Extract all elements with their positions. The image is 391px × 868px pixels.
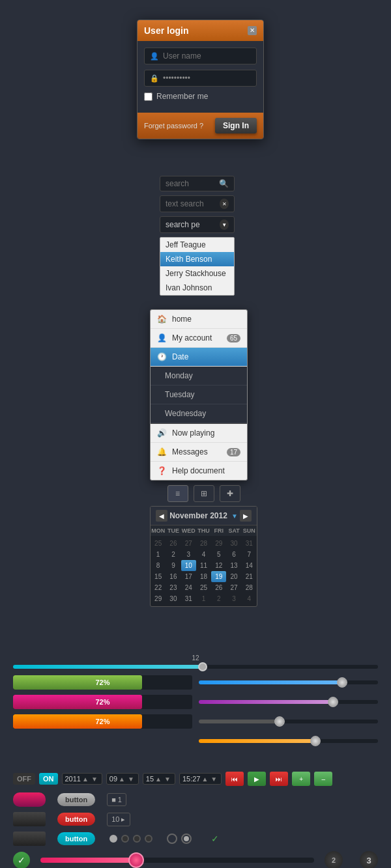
time-up-button[interactable]: ▲: [200, 776, 209, 783]
cal-cell[interactable]: 26: [211, 582, 226, 593]
main-slider-thumb[interactable]: [198, 662, 207, 671]
slider-thumb-blue[interactable]: [337, 677, 347, 688]
pill-button-dark2[interactable]: [13, 832, 46, 846]
cal-cell[interactable]: 1: [196, 593, 211, 604]
pill-button-red2[interactable]: button: [57, 813, 95, 826]
media-add-button[interactable]: +: [292, 772, 310, 786]
cal-cell[interactable]: 5: [211, 549, 226, 560]
cal-cell[interactable]: 29: [211, 538, 226, 549]
cal-cell[interactable]: 21: [242, 571, 257, 582]
dropdown-item-2[interactable]: Jerry Stackhouse: [160, 266, 234, 281]
cal-tab-add[interactable]: ✚: [220, 485, 240, 502]
cal-dropdown-arrow[interactable]: ▼: [231, 512, 238, 520]
remember-checkbox[interactable]: [144, 92, 152, 101]
cal-tab-list[interactable]: ≡: [167, 485, 188, 502]
dropdown-item-1[interactable]: Keith Benson: [160, 252, 234, 266]
cal-cell-selected[interactable]: 19: [211, 571, 226, 582]
cal-cell[interactable]: 30: [166, 593, 181, 604]
dot-button-1[interactable]: [109, 835, 117, 843]
search-input-2[interactable]: [166, 199, 220, 208]
cal-cell[interactable]: 27: [181, 538, 196, 549]
nav-subitem-wednesday[interactable]: Wednesday: [151, 404, 247, 423]
cal-cell[interactable]: 9: [166, 560, 181, 571]
pill-button-red[interactable]: [13, 792, 46, 807]
cal-cell[interactable]: 6: [226, 549, 241, 560]
slider-thumb-orange[interactable]: [310, 736, 321, 746]
cal-prev-button[interactable]: ◀: [156, 510, 167, 522]
media-play-button[interactable]: ▶: [248, 772, 266, 786]
cal-cell[interactable]: 2: [211, 593, 226, 604]
cal-cell[interactable]: 27: [226, 582, 241, 593]
pill-button-cyan[interactable]: button: [57, 832, 95, 845]
day-down-button[interactable]: ▼: [163, 776, 172, 783]
toggle-on-button[interactable]: ON: [39, 773, 58, 785]
cal-cell[interactable]: 31: [242, 538, 257, 549]
cal-cell[interactable]: 16: [166, 571, 181, 582]
cal-cell[interactable]: 7: [242, 549, 257, 560]
pink-slider-thumb[interactable]: [128, 852, 144, 868]
dropdown-item-3[interactable]: Ivan Johnson: [160, 281, 234, 295]
cal-cell[interactable]: 2: [166, 549, 181, 560]
cal-cell[interactable]: 17: [181, 571, 196, 582]
radio-button-1[interactable]: [167, 833, 177, 844]
cal-cell[interactable]: 8: [151, 560, 166, 571]
cal-cell[interactable]: 25: [151, 538, 166, 549]
forgot-link[interactable]: Forget password ?: [144, 122, 203, 130]
month-up-button[interactable]: ▲: [117, 776, 126, 783]
cal-cell-today[interactable]: 10: [181, 560, 196, 571]
nav-subitem-tuesday[interactable]: Tuesday: [151, 385, 247, 404]
pill-button-dark[interactable]: [13, 812, 46, 826]
cal-cell[interactable]: 3: [226, 593, 241, 604]
cal-cell[interactable]: 3: [181, 549, 196, 560]
check-circle-button[interactable]: ✓: [13, 852, 30, 868]
password-input[interactable]: [163, 74, 251, 83]
cal-cell[interactable]: 4: [196, 549, 211, 560]
search-icon[interactable]: 🔍: [219, 179, 229, 188]
username-input[interactable]: [163, 51, 251, 61]
cal-cell[interactable]: 31: [181, 593, 196, 604]
year-down-button[interactable]: ▼: [90, 776, 99, 783]
search-dropdown-icon[interactable]: ▼: [220, 219, 229, 230]
cal-cell[interactable]: 26: [166, 538, 181, 549]
nav-item-account[interactable]: 👤 My account 65: [151, 329, 247, 348]
dropdown-item-0[interactable]: Jeff Teague: [160, 238, 234, 252]
dot-button-3[interactable]: [133, 835, 141, 843]
media-minus-button[interactable]: –: [314, 772, 332, 786]
close-button[interactable]: ✕: [248, 26, 257, 35]
slider-thumb-purple[interactable]: [328, 697, 338, 707]
nav-subitem-monday[interactable]: Monday: [151, 367, 247, 385]
cal-cell[interactable]: 14: [242, 560, 257, 571]
time-down-button[interactable]: ▼: [209, 776, 218, 783]
cal-cell[interactable]: 30: [226, 538, 241, 549]
radio-button-2[interactable]: [181, 833, 192, 844]
dot-button-4[interactable]: [145, 835, 152, 843]
toggle-off-button[interactable]: OFF: [13, 773, 35, 785]
media-next-button[interactable]: ⏭: [270, 772, 288, 786]
cal-cell[interactable]: 12: [211, 560, 226, 571]
year-up-button[interactable]: ▲: [81, 776, 90, 783]
search-input-3[interactable]: [166, 220, 220, 229]
cal-cell[interactable]: 11: [196, 560, 211, 571]
cal-next-button[interactable]: ▶: [240, 510, 252, 522]
cal-tab-grid[interactable]: ⊞: [194, 485, 214, 502]
pill-button-white[interactable]: button: [57, 793, 95, 806]
cal-cell[interactable]: 1: [151, 549, 166, 560]
search-clear-icon[interactable]: ✕: [220, 199, 229, 209]
cal-cell[interactable]: 4: [242, 593, 257, 604]
search-input-1[interactable]: [166, 179, 219, 188]
cal-cell[interactable]: 28: [196, 538, 211, 549]
nav-item-home[interactable]: 🏠 home: [151, 310, 247, 329]
cal-cell[interactable]: 24: [181, 582, 196, 593]
cal-cell[interactable]: 28: [242, 582, 257, 593]
counter-button-1[interactable]: ■1: [107, 793, 126, 806]
day-up-button[interactable]: ▲: [154, 776, 163, 783]
cal-cell[interactable]: 22: [151, 582, 166, 593]
cal-cell[interactable]: 20: [226, 571, 241, 582]
nav-item-messages[interactable]: 🔔 Messages 17: [151, 443, 247, 462]
cal-cell[interactable]: 15: [151, 571, 166, 582]
nav-item-nowplaying[interactable]: 🔊 Now playing: [151, 424, 247, 443]
cal-cell[interactable]: 25: [196, 582, 211, 593]
counter-button-2[interactable]: 10 ▸: [107, 813, 130, 826]
nav-item-help[interactable]: ❓ Help document: [151, 462, 247, 480]
dot-button-2[interactable]: [121, 835, 129, 843]
